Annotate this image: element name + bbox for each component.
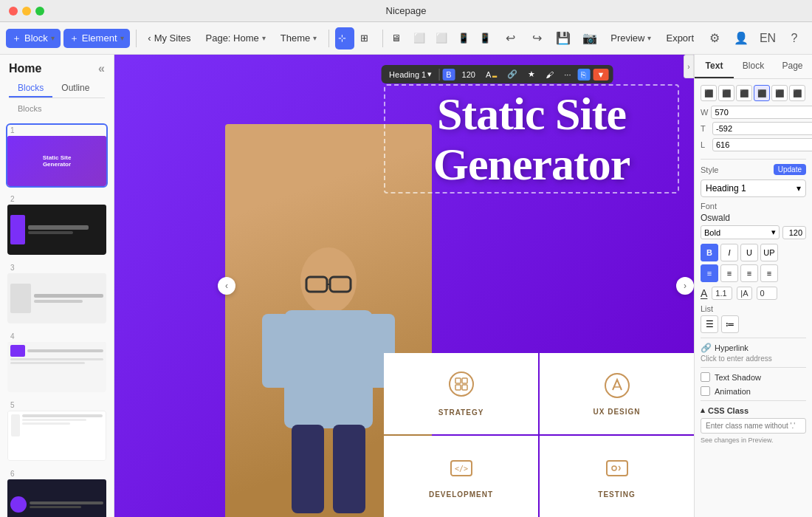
- width-input[interactable]: [711, 106, 812, 119]
- desktop-view-button[interactable]: 🖥: [388, 27, 407, 49]
- underline-button[interactable]: U: [740, 244, 758, 261]
- my-sites-button[interactable]: ‹ My Sites: [142, 30, 196, 47]
- tab-outline[interactable]: Outline: [52, 80, 98, 97]
- save-button[interactable]: 💾: [551, 27, 575, 50]
- letter-spacing-input[interactable]: [712, 287, 732, 300]
- close-window-button[interactable]: [9, 7, 18, 16]
- divider-2: [701, 338, 806, 338]
- animation-checkbox[interactable]: [701, 386, 710, 396]
- align-left-top-btn[interactable]: ⬛: [701, 85, 717, 101]
- tab-blocks[interactable]: Blocks: [9, 80, 52, 97]
- sidebar-item-5[interactable]: 5: [6, 398, 108, 462]
- heading-bold-button[interactable]: B: [442, 69, 455, 81]
- svg-point-19: [612, 466, 616, 470]
- minimize-window-button[interactable]: [22, 7, 31, 16]
- tab-text[interactable]: Text: [695, 55, 734, 78]
- svg-point-14: [605, 374, 629, 397]
- uppercase-button[interactable]: UP: [760, 244, 778, 261]
- layout-mode-button[interactable]: ⊞: [357, 27, 376, 49]
- tablet-view-button[interactable]: ⬜: [410, 27, 430, 49]
- select-mode-button[interactable]: ⊹: [335, 27, 354, 49]
- align-right-button[interactable]: ≡: [740, 264, 758, 282]
- bold-button[interactable]: B: [701, 244, 718, 261]
- heading-copy-button[interactable]: ⎘: [577, 69, 590, 81]
- thumb-6: [7, 479, 106, 517]
- hyperlink-placeholder[interactable]: Click to enter address: [701, 355, 806, 363]
- align-right-top-btn[interactable]: ⬛: [736, 85, 752, 101]
- tb-row: T B: [701, 122, 806, 138]
- heading-style-selector[interactable]: Heading 1 ▾: [385, 68, 436, 81]
- unordered-list-button[interactable]: ☰: [701, 315, 718, 333]
- format-row: B I U UP: [701, 244, 806, 261]
- heading-paint-button[interactable]: 🖌: [542, 69, 557, 81]
- theme-dropdown-arrow: ▾: [313, 34, 317, 42]
- mobile-view-button[interactable]: 📱: [455, 27, 474, 49]
- align-center-top-btn[interactable]: ⬛: [718, 85, 734, 101]
- font-weight-select[interactable]: Bold ▾: [701, 225, 780, 239]
- heading-toolbar: Heading 1 ▾ B 120 A▂ 🔗 ★ 🖌 ··· ⎘ ▼: [381, 65, 613, 83]
- service-card-testing[interactable]: TESTING: [540, 436, 694, 517]
- align-full-btn[interactable]: ⬛: [789, 85, 805, 101]
- settings-button[interactable]: ⚙: [703, 27, 726, 50]
- theme-button[interactable]: Theme ▾: [275, 30, 323, 47]
- service-card-ux[interactable]: UX DESIGN: [540, 353, 694, 434]
- lang-button[interactable]: EN: [756, 27, 780, 50]
- tab-page[interactable]: Page: [773, 55, 812, 78]
- align-justify-button[interactable]: ≡: [760, 264, 778, 282]
- heading-font-color-button[interactable]: A▂: [482, 69, 500, 81]
- tab-block[interactable]: Block: [734, 55, 773, 78]
- left-sidebar: Home « Blocks Outline Blocks 1 Static Si…: [0, 55, 114, 517]
- hero-title[interactable]: Static Site Generator: [384, 84, 679, 194]
- italic-button[interactable]: I: [720, 244, 738, 261]
- svg-rect-13: [462, 385, 467, 390]
- service-card-strategy[interactable]: STRATEGY: [384, 353, 538, 434]
- redo-button[interactable]: ↪: [525, 27, 548, 50]
- sidebar-item-6[interactable]: 6: [6, 467, 108, 517]
- canvas-right-arrow[interactable]: ›: [676, 277, 694, 295]
- mobile-sm-view-button[interactable]: 📱: [476, 27, 495, 49]
- update-style-button[interactable]: Update: [774, 164, 806, 175]
- element-add-button[interactable]: ＋ Element ▾: [63, 29, 130, 48]
- top-input[interactable]: [712, 122, 812, 135]
- preview-button[interactable]: Preview ▾: [605, 30, 657, 47]
- align-stretch-btn[interactable]: ⬛: [771, 85, 788, 101]
- ordered-list-button[interactable]: ≔: [721, 315, 739, 333]
- help-button[interactable]: ?: [782, 27, 806, 50]
- divider-1: [701, 159, 806, 160]
- right-panel-toggle[interactable]: ›: [684, 55, 694, 78]
- style-dropdown[interactable]: Heading 1 ▾: [701, 179, 806, 197]
- left-input[interactable]: [712, 138, 812, 151]
- style-label: Style: [701, 165, 771, 174]
- tablet-sm-view-button[interactable]: ⬜: [433, 27, 452, 49]
- user-button[interactable]: 👤: [729, 27, 753, 50]
- align-left-button[interactable]: ≡: [701, 264, 718, 282]
- sidebar-item-1[interactable]: 1 Static SiteGenerator: [6, 123, 108, 188]
- svg-rect-11: [462, 378, 467, 383]
- canvas-left-arrow[interactable]: ‹: [218, 277, 235, 295]
- font-size-input[interactable]: [782, 226, 806, 239]
- line-height-input[interactable]: [757, 287, 777, 300]
- heading-size-input[interactable]: 120: [458, 69, 479, 81]
- heading-link-button[interactable]: 🔗: [503, 68, 521, 81]
- maximize-window-button[interactable]: [35, 7, 44, 16]
- sidebar-item-2[interactable]: 2: [6, 192, 108, 256]
- align-center-button[interactable]: ≡: [720, 264, 738, 282]
- sidebar-item-3[interactable]: 3: [6, 261, 108, 325]
- animation-row: Animation: [701, 386, 806, 396]
- sidebar-item-4[interactable]: 4: [6, 329, 108, 394]
- canvas-area[interactable]: Heading 1 ▾ B 120 A▂ 🔗 ★ 🖌 ··· ⎘ ▼: [114, 55, 694, 517]
- text-shadow-checkbox[interactable]: [701, 372, 710, 382]
- screenshot-button[interactable]: 📷: [578, 27, 602, 50]
- collapse-icon[interactable]: «: [98, 62, 105, 75]
- heading-star-button[interactable]: ★: [524, 68, 539, 81]
- service-card-dev[interactable]: </> DEVELOPMENT: [384, 436, 538, 517]
- block-add-button[interactable]: ＋ Block ▾: [6, 29, 61, 48]
- export-button[interactable]: Export: [660, 30, 700, 47]
- collapse-css-icon[interactable]: ▴: [701, 405, 705, 415]
- align-right-edge-btn[interactable]: ⬛: [754, 85, 770, 101]
- heading-more-button[interactable]: ···: [560, 69, 574, 81]
- undo-button[interactable]: ↩: [498, 27, 522, 50]
- heading-delete-button[interactable]: ▼: [593, 69, 608, 81]
- css-class-input[interactable]: [701, 418, 806, 434]
- page-dropdown-button[interactable]: Page: Home ▾: [200, 30, 272, 47]
